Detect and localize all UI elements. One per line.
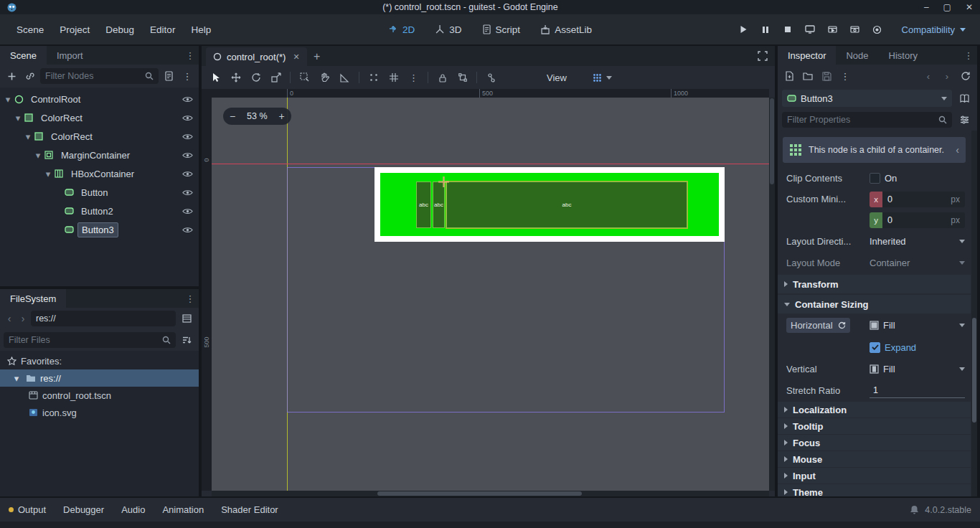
tree-row-button[interactable]: Button (0, 183, 199, 202)
resource-menu-icon[interactable]: ⋮ (837, 67, 854, 85)
collapse-icon[interactable]: ▾ (11, 373, 22, 384)
new-resource-icon[interactable] (781, 67, 798, 85)
zoom-in-button[interactable]: + (273, 108, 291, 125)
collapse-icon[interactable]: ▾ (13, 113, 23, 123)
zoom-out-button[interactable]: − (223, 108, 242, 125)
filesystem-item-scene-file[interactable]: control_root.tscn (0, 387, 199, 404)
bottom-tab-animation[interactable]: Animation (154, 500, 212, 519)
section-localization[interactable]: Localization (778, 402, 971, 418)
tab-script[interactable]: Script (472, 21, 531, 39)
menu-debug[interactable]: Debug (98, 20, 142, 39)
movie-maker-icon[interactable] (867, 21, 887, 38)
tab-inspector[interactable]: Inspector (778, 46, 836, 65)
skeleton-options-icon[interactable] (481, 69, 501, 86)
select-tool-icon[interactable] (206, 69, 225, 86)
scene-dock-menu-icon[interactable]: ⋮ (182, 46, 199, 65)
inspector-scrollbar[interactable] (971, 131, 977, 496)
visibility-eye-icon[interactable] (182, 170, 193, 178)
collapse-icon[interactable]: ▾ (43, 169, 53, 179)
2d-viewport-canvas[interactable]: abc abc abc − 53 % + (212, 98, 769, 491)
nav-back-icon[interactable]: ‹ (4, 313, 15, 324)
favorites-header[interactable]: Favorites: (0, 352, 199, 369)
lock-icon[interactable] (433, 69, 452, 86)
section-theme[interactable]: Theme (778, 484, 971, 496)
smart-snap-icon[interactable] (364, 69, 383, 86)
nav-forward-icon[interactable]: › (17, 313, 29, 324)
tree-row-colorrect1[interactable]: ▾ ColorRect (0, 108, 199, 127)
filesystem-menu-icon[interactable]: ⋮ (182, 289, 199, 308)
scale-tool-icon[interactable] (266, 69, 286, 86)
tab-assetlib[interactable]: AssetLib (530, 21, 602, 39)
move-tool-icon[interactable] (226, 69, 245, 86)
tree-row-button2[interactable]: Button2 (0, 202, 199, 220)
horizontal-ruler[interactable]: 0 500 1000 (212, 89, 769, 98)
tab-scene[interactable]: Scene (0, 46, 47, 65)
tree-row-controlroot[interactable]: ▾ ControlRoot (0, 90, 199, 108)
section-transform[interactable]: Transform (778, 275, 971, 293)
maximize-button[interactable]: ▢ (943, 2, 951, 12)
visibility-eye-icon[interactable] (182, 133, 193, 141)
filter-properties-input[interactable] (787, 115, 936, 125)
notifications-bell-icon[interactable] (910, 505, 919, 514)
edited-object-dropdown[interactable]: Button3 (782, 90, 952, 107)
collapse-icon[interactable]: ▾ (3, 94, 13, 105)
tree-row-button3-selected[interactable]: Button3 (0, 220, 199, 239)
tree-row-hboxcontainer[interactable]: ▾ HBoxContainer (0, 164, 199, 183)
layout-direction-dropdown[interactable]: Inherited (870, 236, 965, 247)
menu-help[interactable]: Help (183, 20, 219, 39)
tab-2d[interactable]: 2D (378, 21, 425, 39)
play-button[interactable] (733, 21, 754, 38)
scene-tree-menu-icon[interactable]: ⋮ (179, 67, 196, 85)
scrollbar-thumb[interactable] (972, 318, 976, 423)
minimize-button[interactable]: – (924, 2, 929, 12)
attach-script-button[interactable] (160, 67, 177, 85)
menu-project[interactable]: Project (52, 20, 98, 39)
rotate-tool-icon[interactable] (246, 69, 265, 86)
tree-row-margincontainer[interactable]: ▾ MarginContainer (0, 146, 199, 164)
view-menu-button[interactable]: View (539, 70, 575, 85)
stop-button[interactable] (778, 21, 798, 38)
renderer-dropdown[interactable]: Compatibility (895, 22, 973, 38)
visibility-eye-icon[interactable] (182, 189, 193, 197)
tab-filesystem[interactable]: FileSystem (0, 289, 66, 308)
pan-tool-icon[interactable] (315, 69, 334, 86)
load-resource-icon[interactable] (799, 67, 816, 85)
filesystem-item-icon-svg[interactable]: icon.svg (0, 404, 199, 421)
clip-contents-checkbox[interactable] (870, 173, 880, 184)
visibility-eye-icon[interactable] (182, 207, 193, 215)
filter-files-input[interactable] (9, 335, 159, 345)
visibility-eye-icon[interactable] (182, 95, 193, 103)
scene-button-1[interactable]: abc (416, 182, 431, 228)
tab-3d[interactable]: 3D (425, 21, 471, 39)
bottom-tab-debugger[interactable]: Debugger (55, 500, 113, 519)
scene-button-3-selected[interactable]: abc (446, 182, 687, 228)
canvas-horizontal-scrollbar[interactable] (212, 491, 769, 496)
scrollbar-thumb[interactable] (377, 491, 582, 496)
current-path-input[interactable] (36, 314, 171, 324)
layout-mode-dropdown[interactable]: Container (870, 258, 965, 268)
open-docs-icon[interactable] (956, 90, 973, 107)
custom-min-x-spinbox[interactable]: x 0 px (870, 192, 965, 207)
filter-nodes-input[interactable] (45, 71, 142, 81)
visibility-eye-icon[interactable] (182, 226, 193, 234)
vertical-ruler[interactable]: 0 500 (202, 98, 212, 491)
tree-row-colorrect2[interactable]: ▾ ColorRect (0, 127, 199, 146)
ruler-tool-icon[interactable] (335, 69, 354, 86)
add-node-button[interactable] (3, 67, 20, 85)
pause-button[interactable] (755, 21, 776, 38)
snap-options-icon[interactable]: ⋮ (404, 69, 423, 86)
list-select-tool-icon[interactable] (295, 69, 314, 86)
sort-files-icon[interactable] (178, 331, 195, 349)
close-button[interactable]: ✕ (966, 2, 973, 12)
visibility-eye-icon[interactable] (182, 114, 193, 122)
menu-editor[interactable]: Editor (142, 20, 183, 39)
visibility-eye-icon[interactable] (182, 151, 193, 159)
tab-history[interactable]: History (879, 46, 928, 65)
menu-scene[interactable]: Scene (9, 20, 52, 39)
grid-snap-icon[interactable] (384, 69, 403, 86)
colorrect-green[interactable]: abc abc abc (380, 173, 719, 236)
filesystem-item-res[interactable]: ▾ res:// (0, 369, 199, 387)
zoom-level[interactable]: 53 % (242, 111, 273, 121)
viewport-layout-dropdown[interactable] (587, 71, 618, 85)
close-tab-icon[interactable]: ✕ (293, 52, 299, 62)
